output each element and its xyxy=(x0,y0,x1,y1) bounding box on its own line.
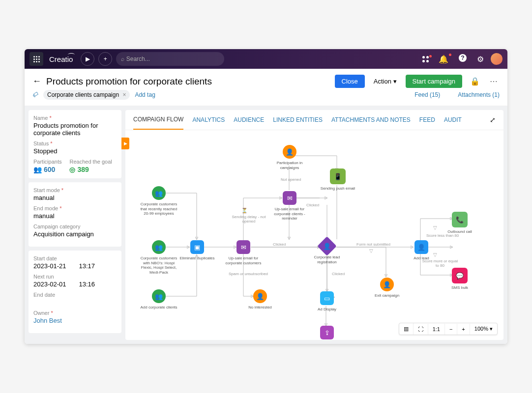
end-date-value[interactable] xyxy=(33,299,117,306)
end-mode-value[interactable]: manual xyxy=(33,212,117,220)
start-campaign-button[interactable]: Start campaign xyxy=(406,75,462,88)
node-upsale-email[interactable]: ✉Up-sale email for corporate customers xyxy=(224,240,263,265)
edge-delay: Sending delay - not opened xyxy=(232,215,266,224)
start-mode-value[interactable]: manual xyxy=(33,194,117,201)
close-button[interactable]: Close xyxy=(335,75,365,88)
node-social-promo[interactable]: ⇪Social media promotion xyxy=(307,326,347,340)
tab-audience[interactable]: AUDIENCE xyxy=(234,111,264,129)
zoom-ratio[interactable]: 1:1 xyxy=(428,324,445,335)
tab-linked-entities[interactable]: LINKED ENTITIES xyxy=(273,111,323,129)
ad-icon: ▭ xyxy=(324,295,330,302)
tag-icon: 🏷 xyxy=(31,90,39,99)
participants-label: Participants xyxy=(33,159,61,165)
exit-icon: 👤 xyxy=(383,281,391,288)
next-run-label: Next run xyxy=(33,274,117,280)
reached-value: ◎ 389 xyxy=(69,166,112,173)
user-avatar[interactable] xyxy=(491,53,502,65)
end-date-label: End date xyxy=(33,292,117,298)
filter-icon: ▽ xyxy=(369,248,373,253)
node-reminder-email[interactable]: ✉Up-sale email for corporate clients - r… xyxy=(270,191,309,221)
category-value[interactable]: Acquisition campaign xyxy=(33,230,117,238)
node-sms-bulk[interactable]: 💬SMS bulk xyxy=(440,268,479,290)
add-tag-link[interactable]: Add tag xyxy=(135,91,155,98)
node-add-clients[interactable]: 👥Add corporate clients xyxy=(139,289,178,310)
notifications-icon[interactable]: 🔔 xyxy=(436,55,451,64)
node-eliminate-duplicates[interactable]: ▣Eliminate duplicates xyxy=(177,240,217,261)
owner-value[interactable]: John Best xyxy=(33,317,117,324)
search-icon: ⌕ xyxy=(121,56,124,62)
action-dropdown[interactable]: Action ▾ xyxy=(370,75,401,88)
zoom-pct[interactable]: 100% ▾ xyxy=(470,323,497,335)
attachments-link[interactable]: Attachments (1) xyxy=(458,91,500,98)
node-add-lead[interactable]: 👤Add lead xyxy=(402,240,441,261)
feed-link[interactable]: Feed (15) xyxy=(414,91,440,98)
tag-row: 🏷 Corporate clients campaign × Add tag F… xyxy=(25,90,507,106)
zoom-controls: ▥ ⛶ 1:1 − + 100% ▾ xyxy=(399,323,498,335)
zoom-in-button[interactable]: + xyxy=(457,324,470,335)
settings-icon[interactable]: ⚙ xyxy=(474,55,487,64)
sidebar-collapse-handle[interactable]: ▶ xyxy=(121,138,129,149)
tabs: COMPAIGN FLOW ANALYTICS AUDIENCE LINKED … xyxy=(125,110,503,130)
name-value[interactable]: Products promotion for corporate clients xyxy=(33,122,117,137)
tab-feed[interactable]: FEED xyxy=(419,111,435,129)
timer-icon: ⏳ xyxy=(241,208,247,213)
target-icon: ◎ xyxy=(69,166,75,173)
node-ad-display[interactable]: ▭Ad Display xyxy=(307,291,347,312)
apps-menu-button[interactable] xyxy=(30,52,43,66)
filter-icon: ▽ xyxy=(433,225,437,230)
global-search-input[interactable]: ⌕ Search... xyxy=(116,52,224,66)
back-button[interactable]: ← xyxy=(32,76,41,86)
node-participation[interactable]: 👤Participation in campaigns xyxy=(270,145,309,170)
landing-icon: 👤 xyxy=(323,243,331,250)
brand-logo: Creatio xyxy=(49,55,73,63)
node-corp-20-99[interactable]: 👥Corporate customers that recently reach… xyxy=(139,186,178,216)
play-button[interactable]: ▶ xyxy=(81,52,94,66)
node-exit-campaign[interactable]: 👤Exit campaign xyxy=(367,278,407,298)
start-date[interactable]: 2023-01-21 xyxy=(33,262,71,270)
edge-clicked-3: Clicked xyxy=(332,272,345,276)
titlebar: ← Products promotion for corporate clien… xyxy=(25,69,507,90)
status-value[interactable]: Stopped xyxy=(33,147,117,155)
edge-clicked-2: Clicked xyxy=(306,203,319,207)
email-icon: ✉ xyxy=(287,195,293,202)
tag-chip[interactable]: Corporate clients campaign × xyxy=(43,90,130,100)
node-not-interested[interactable]: 👤No interested xyxy=(240,289,280,310)
tab-audit[interactable]: AUDIT xyxy=(444,111,462,129)
tab-analytics[interactable]: ANALYTICS xyxy=(192,111,225,129)
edge-form-not: Form not submitted xyxy=(356,242,390,247)
tab-campaign-flow[interactable]: COMPAIGN FLOW xyxy=(133,110,183,130)
start-time[interactable]: 13:17 xyxy=(79,262,117,270)
help-icon[interactable]: ? xyxy=(455,54,470,64)
sidebar: Name Products promotion for corporate cl… xyxy=(25,106,125,344)
tag-remove[interactable]: × xyxy=(122,91,126,98)
lock-icon[interactable]: 🔒 xyxy=(467,77,483,86)
zoom-out-button[interactable]: − xyxy=(445,324,457,335)
add-audience-icon: 👥 xyxy=(155,293,163,300)
node-push-email[interactable]: 📱Sending push email xyxy=(318,168,357,191)
edge-not-opened: Not opened xyxy=(281,177,301,182)
next-run-date[interactable]: 2023-02-01 xyxy=(33,281,71,288)
node-outbound-call[interactable]: 📞Outbound call xyxy=(440,212,479,234)
dashboard-icon[interactable] xyxy=(419,56,432,62)
flow-canvas[interactable]: 👥Corporate customers that recently reach… xyxy=(125,130,503,340)
more-menu[interactable]: ⋯ xyxy=(488,77,500,86)
search-placeholder: Search... xyxy=(126,56,150,62)
node-corp-nbo[interactable]: 👥Corporate customers with NBO's: Hospi F… xyxy=(139,240,178,275)
expand-icon[interactable]: ⤢ xyxy=(490,116,496,124)
edge-score-less: Score less than 80 xyxy=(426,233,459,238)
add-button[interactable]: + xyxy=(98,52,112,66)
layout-button[interactable]: ▥ xyxy=(399,323,414,335)
owner-label: Owner xyxy=(33,310,117,316)
email-icon: ✉ xyxy=(241,244,246,251)
sms-icon: 💬 xyxy=(456,272,464,280)
node-lead-registration[interactable]: 👤Corporate lead registration xyxy=(307,239,347,264)
tag-label: Corporate clients campaign xyxy=(47,91,119,98)
next-run-time[interactable]: 13:16 xyxy=(79,281,117,288)
audience-icon: 👤 xyxy=(286,148,294,156)
tab-attachments[interactable]: ATTACHMENTS AND NOTES xyxy=(331,111,411,129)
reached-label: Reached the goal xyxy=(69,159,112,165)
exit-icon: 👤 xyxy=(256,293,264,300)
main-panel: ▶ COMPAIGN FLOW ANALYTICS AUDIENCE LINKE… xyxy=(125,110,503,340)
fit-button[interactable]: ⛶ xyxy=(414,324,428,335)
category-label: Campaign category xyxy=(33,224,117,229)
